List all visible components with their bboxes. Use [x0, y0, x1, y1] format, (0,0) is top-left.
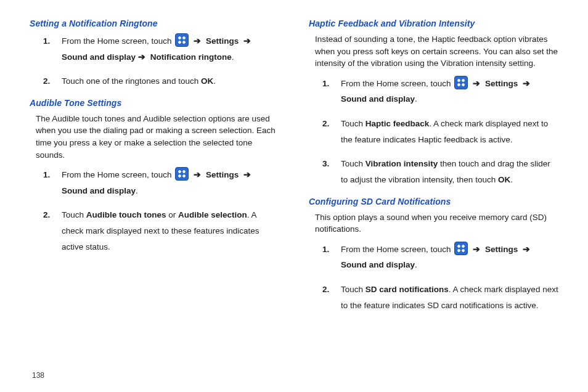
- page-number: 138: [32, 371, 44, 380]
- bold-text: Settings: [483, 79, 520, 88]
- step-text: .: [213, 76, 216, 86]
- arrow-icon: ➔: [243, 33, 251, 49]
- step-item: From the Home screen, touch ➔ Settings ➔…: [309, 76, 558, 107]
- steps-list: From the Home screen, touch ➔ Settings ➔…: [309, 76, 558, 188]
- arrow-icon: ➔: [138, 49, 145, 65]
- step-item: Touch Haptic feedback. A check mark disp…: [309, 116, 558, 147]
- bold-text: Sound and display: [341, 94, 415, 104]
- bold-text: Sound and display: [62, 52, 136, 62]
- step-text: Touch: [341, 159, 365, 168]
- bold-text: OK: [201, 76, 213, 86]
- step-text: From the Home screen, touch: [62, 170, 174, 179]
- apps-grid-icon: [175, 33, 189, 47]
- step-text: From the Home screen, touch: [341, 79, 453, 88]
- step-text: Touch: [341, 119, 365, 128]
- section-title: Setting a Notification Ringtone: [30, 18, 279, 28]
- step-text: Touch: [62, 210, 86, 219]
- step-text: or: [166, 210, 179, 219]
- arrow-icon: ➔: [523, 242, 530, 258]
- bold-text: Sound and display: [341, 260, 415, 269]
- bold-text: Settings: [483, 245, 520, 254]
- body-text: This option plays a sound when you recei…: [315, 211, 558, 235]
- bold-text: Vibration intensity: [365, 159, 438, 168]
- arrow-icon: ➔: [194, 167, 201, 183]
- steps-list: From the Home screen, touch ➔ Settings ➔…: [30, 33, 279, 89]
- steps-list: From the Home screen, touch ➔ Settings ➔…: [30, 167, 279, 255]
- section-title: Configuring SD Card Notifications: [309, 197, 558, 206]
- apps-grid-icon: [454, 76, 468, 89]
- step-text: .: [136, 186, 138, 195]
- right-column: Haptic Feedback and Vibration Intensity …: [309, 18, 558, 380]
- page: Setting a Notification Ringtone From the…: [0, 0, 588, 392]
- step-text: .: [415, 260, 417, 269]
- step-item: From the Home screen, touch ➔ Settings ➔…: [30, 33, 279, 65]
- step-text: Touch one of the ringtones and touch: [62, 76, 201, 86]
- body-text: Instead of sounding a tone, the Haptic f…: [315, 33, 558, 70]
- step-text: From the Home screen, touch: [341, 245, 453, 254]
- step-item: Touch Vibration intensity then touch and…: [309, 156, 558, 187]
- body-text: The Audible touch tones and Audible sele…: [36, 113, 279, 161]
- apps-grid-icon: [454, 242, 468, 255]
- bold-text: Sound and display: [62, 186, 136, 195]
- arrow-icon: ➔: [243, 167, 251, 183]
- bold-text: Haptic feedback: [365, 119, 430, 128]
- step-item: From the Home screen, touch ➔ Settings ➔…: [30, 167, 279, 198]
- bold-text: Audible selection: [178, 210, 247, 219]
- bold-text: Audible touch tones: [86, 210, 166, 219]
- bold-text: OK: [498, 175, 510, 184]
- apps-grid-icon: [175, 167, 189, 181]
- bold-text: Notification ringtone: [148, 52, 232, 62]
- steps-list: From the Home screen, touch ➔ Settings ➔…: [309, 242, 558, 314]
- step-text: .: [510, 175, 513, 184]
- arrow-icon: ➔: [473, 76, 480, 92]
- arrow-icon: ➔: [194, 33, 201, 49]
- section-title: Audible Tone Settings: [30, 98, 279, 108]
- section-title: Haptic Feedback and Vibration Intensity: [309, 18, 558, 28]
- step-item: Touch SD card notifications. A check mar…: [309, 282, 558, 313]
- step-item: Touch Audible touch tones or Audible sel…: [30, 207, 279, 255]
- left-column: Setting a Notification Ringtone From the…: [30, 18, 279, 380]
- bold-text: Settings: [203, 36, 241, 46]
- bold-text: Settings: [203, 170, 241, 179]
- step-item: Touch one of the ringtones and touch OK.: [30, 73, 279, 89]
- arrow-icon: ➔: [473, 242, 480, 258]
- step-text: Touch: [341, 285, 365, 294]
- step-text: .: [232, 52, 234, 62]
- arrow-icon: ➔: [523, 76, 530, 92]
- step-text: .: [415, 94, 417, 104]
- bold-text: SD card notifications: [365, 285, 449, 294]
- step-text: From the Home screen, touch: [62, 36, 174, 46]
- step-item: From the Home screen, touch ➔ Settings ➔…: [309, 242, 558, 273]
